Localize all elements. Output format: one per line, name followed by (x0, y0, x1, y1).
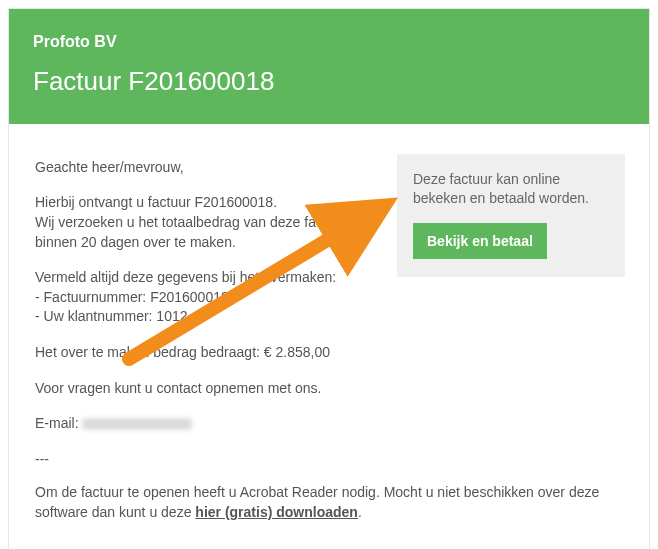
detail-invoice: - Factuurnummer: F201600018 (35, 289, 229, 305)
contact-line: Voor vragen kunt u contact opnemen met o… (35, 379, 365, 399)
separator: --- (35, 450, 623, 470)
view-and-pay-button[interactable]: Bekijk en betaal (413, 223, 547, 259)
footnote-post: . (358, 504, 362, 520)
sidebar-box: Deze factuur kan online bekeken en betaa… (397, 154, 625, 277)
message-column: Geachte heer/mevrouw, Hierbij ontvangt u… (35, 158, 365, 434)
detail-client: - Uw klantnummer: 1012 (35, 308, 188, 324)
email-label: E-mail: (35, 415, 82, 431)
page-title: Factuur F201600018 (33, 63, 625, 99)
company-name: Profoto BV (33, 31, 625, 53)
details-intro: Vermeld altijd deze gegevens bij het ove… (35, 269, 336, 285)
footnote: Om de factuur te openen heeft u Acrobat … (35, 483, 623, 522)
intro-line-2: Wij verzoeken u het totaalbedrag van dez… (35, 214, 347, 250)
download-reader-link[interactable]: hier (gratis) downloaden (195, 504, 358, 520)
amount-line: Het over te maken bedrag bedraagt: € 2.8… (35, 343, 365, 363)
salutation: Geachte heer/mevrouw, (35, 158, 365, 178)
redacted-email (82, 418, 192, 430)
footer-section: --- Om de factuur te openen heeft u Acro… (35, 450, 623, 523)
email-line: E-mail: (35, 414, 365, 434)
details-paragraph: Vermeld altijd deze gegevens bij het ove… (35, 268, 365, 327)
intro-line-1: Hierbij ontvangt u factuur F201600018. (35, 194, 277, 210)
email-card: Profoto BV Factuur F201600018 Deze factu… (8, 8, 650, 549)
sidebar-info: Deze factuur kan online bekeken en betaa… (413, 170, 609, 209)
header: Profoto BV Factuur F201600018 (9, 9, 649, 124)
email-body: Deze factuur kan online bekeken en betaa… (9, 124, 649, 549)
intro-paragraph: Hierbij ontvangt u factuur F201600018. W… (35, 193, 365, 252)
